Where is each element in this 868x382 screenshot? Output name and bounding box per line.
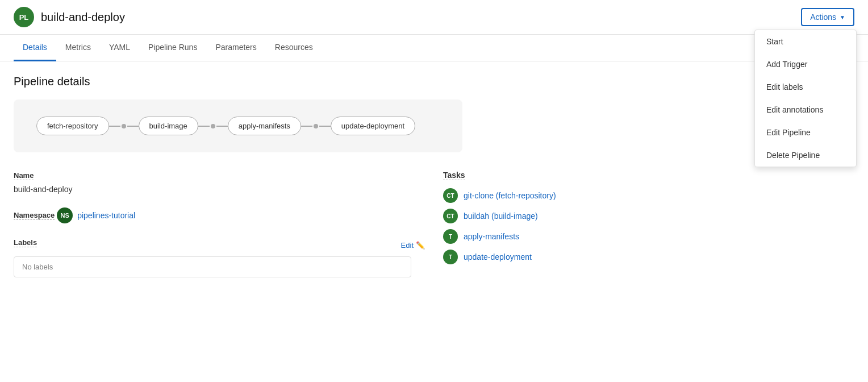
task-item: Tapply-manifests bbox=[443, 229, 854, 244]
task-badge: T bbox=[443, 250, 458, 264]
task-link-2[interactable]: apply-manifests bbox=[464, 232, 519, 241]
namespace-icon: NS bbox=[57, 207, 73, 223]
tab-metrics[interactable]: Metrics bbox=[56, 35, 100, 61]
namespace-link[interactable]: pipelines-tutorial bbox=[77, 211, 135, 220]
actions-label: Actions bbox=[810, 13, 836, 22]
namespace-field: Namespace NS pipelines-tutorial bbox=[14, 207, 425, 225]
name-field: Name build-and-deploy bbox=[14, 171, 425, 194]
header-left: PL build-and-deploy bbox=[14, 7, 125, 27]
tab-parameters[interactable]: Parameters bbox=[206, 35, 265, 61]
task-link-0[interactable]: git-clone (fetch-repository) bbox=[464, 191, 556, 200]
tasks-label: Tasks bbox=[443, 171, 465, 180]
dropdown-item-start[interactable]: Start bbox=[755, 30, 856, 53]
section-title: Pipeline details bbox=[14, 75, 854, 88]
task-item: CTgit-clone (fetch-repository) bbox=[443, 188, 854, 203]
info-grid: Name build-and-deploy Namespace NS pipel… bbox=[14, 171, 854, 277]
tab-details[interactable]: Details bbox=[14, 35, 56, 61]
connector-1 bbox=[109, 124, 139, 128]
task-badge: CT bbox=[443, 188, 458, 203]
main-content: Pipeline details fetch-repository build-… bbox=[0, 61, 868, 291]
dropdown-item-delete-pipeline[interactable]: Delete Pipeline bbox=[755, 144, 856, 167]
dropdown-item-edit-labels[interactable]: Edit labels bbox=[755, 76, 856, 98]
task-badge: CT bbox=[443, 209, 458, 223]
task-item: Tupdate-deployment bbox=[443, 250, 854, 264]
labels-field: Labels Edit ✏️ No labels bbox=[14, 238, 425, 277]
diagram-node-build-image[interactable]: build-image bbox=[139, 117, 198, 135]
chevron-down-icon: ▼ bbox=[840, 14, 845, 20]
diagram-node-apply-manifests[interactable]: apply-manifests bbox=[228, 117, 301, 135]
diagram-node-fetch-repository[interactable]: fetch-repository bbox=[36, 117, 109, 135]
diagram-node-update-deployment[interactable]: update-deployment bbox=[331, 117, 415, 135]
connector-3 bbox=[301, 124, 331, 128]
tab-resources[interactable]: Resources bbox=[266, 35, 322, 61]
dropdown-item-edit-pipeline[interactable]: Edit Pipeline bbox=[755, 121, 856, 144]
edit-labels-link[interactable]: Edit ✏️ bbox=[401, 241, 425, 250]
actions-dropdown: StartAdd TriggerEdit labelsEdit annotati… bbox=[754, 30, 857, 167]
dropdown-item-edit-annotations[interactable]: Edit annotations bbox=[755, 98, 856, 121]
avatar: PL bbox=[14, 7, 34, 27]
connector-2 bbox=[198, 124, 228, 128]
name-label: Name bbox=[14, 171, 34, 180]
namespace-badge: NS pipelines-tutorial bbox=[57, 207, 135, 223]
header: PL build-and-deploy Actions ▼ bbox=[0, 0, 868, 35]
task-link-1[interactable]: buildah (build-image) bbox=[464, 211, 538, 221]
task-item: CTbuildah (build-image) bbox=[443, 209, 854, 223]
tasks-list: CTgit-clone (fetch-repository)CTbuildah … bbox=[443, 188, 854, 264]
page-title: build-and-deploy bbox=[41, 11, 125, 24]
pencil-icon: ✏️ bbox=[416, 241, 425, 250]
namespace-label: Namespace bbox=[14, 211, 55, 220]
labels-box: No labels bbox=[14, 256, 411, 277]
dropdown-item-add-trigger[interactable]: Add Trigger bbox=[755, 53, 856, 76]
tabs-bar: Details Metrics YAML Pipeline Runs Param… bbox=[0, 35, 868, 61]
task-badge: T bbox=[443, 229, 458, 244]
edit-label-text: Edit bbox=[401, 241, 414, 250]
right-column: Tasks CTgit-clone (fetch-repository)CTbu… bbox=[443, 171, 854, 277]
left-column: Name build-and-deploy Namespace NS pipel… bbox=[14, 171, 425, 277]
actions-button[interactable]: Actions ▼ bbox=[801, 8, 854, 26]
pipeline-diagram: fetch-repository build-image apply-manif… bbox=[14, 99, 462, 152]
tab-pipeline-runs[interactable]: Pipeline Runs bbox=[139, 35, 206, 61]
tab-yaml[interactable]: YAML bbox=[100, 35, 139, 61]
labels-header: Labels Edit ✏️ bbox=[14, 238, 425, 252]
task-link-3[interactable]: update-deployment bbox=[464, 252, 532, 261]
name-value: build-and-deploy bbox=[14, 185, 425, 194]
labels-label: Labels bbox=[14, 238, 37, 247]
